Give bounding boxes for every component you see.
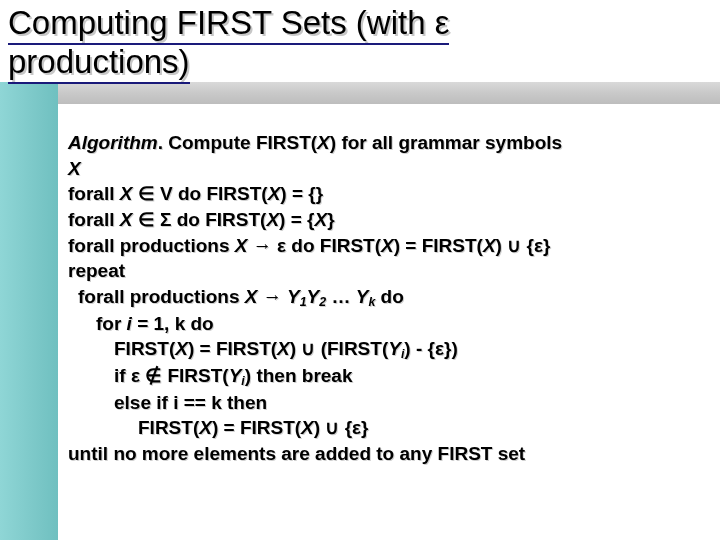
t: X bbox=[268, 183, 281, 204]
t: … bbox=[326, 286, 356, 307]
t: for bbox=[96, 313, 127, 334]
title-epsilon: ε bbox=[435, 4, 450, 41]
t: forall productions bbox=[68, 235, 235, 256]
t: else if i == k then bbox=[114, 392, 267, 413]
t: Y bbox=[356, 286, 369, 307]
t: FIRST( bbox=[138, 417, 199, 438]
slide-title: Computing FIRST Sets (with ε productions… bbox=[8, 4, 708, 82]
t: do bbox=[375, 286, 404, 307]
t: until no more elements are added to any … bbox=[68, 443, 525, 464]
t: X bbox=[120, 183, 133, 204]
t: X bbox=[245, 286, 258, 307]
t: forall productions bbox=[78, 286, 245, 307]
t: X bbox=[317, 132, 330, 153]
t: . Compute FIRST( bbox=[158, 132, 317, 153]
t: X bbox=[314, 209, 327, 230]
slide: Computing FIRST Sets (with ε productions… bbox=[0, 0, 720, 540]
t: repeat bbox=[68, 260, 125, 281]
t: ∈ V do FIRST( bbox=[132, 183, 267, 204]
t: → bbox=[257, 286, 287, 307]
t: X bbox=[199, 417, 212, 438]
t: } bbox=[327, 209, 334, 230]
t: X bbox=[301, 417, 314, 438]
title-line1a: Computing FIRST Sets (with bbox=[8, 4, 435, 41]
t: ) ∪ (FIRST( bbox=[290, 338, 388, 359]
t: forall bbox=[68, 209, 120, 230]
algo-word: Algorithm bbox=[68, 132, 158, 153]
t: → ε do FIRST( bbox=[247, 235, 381, 256]
t: ) ∪ {ε} bbox=[496, 235, 551, 256]
t: ) ∪ {ε} bbox=[314, 417, 369, 438]
title-line2: productions) bbox=[8, 43, 190, 80]
t: ) = FIRST( bbox=[188, 338, 277, 359]
algorithm-block: Algorithm. Compute FIRST(X) for all gram… bbox=[68, 130, 706, 467]
t: Y bbox=[388, 338, 401, 359]
t: 1 bbox=[300, 295, 307, 309]
t: X bbox=[235, 235, 248, 256]
t: forall bbox=[68, 183, 120, 204]
t: X bbox=[175, 338, 188, 359]
t: Y bbox=[307, 286, 320, 307]
t: Y bbox=[229, 365, 242, 386]
t: FIRST( bbox=[114, 338, 175, 359]
t: X bbox=[381, 235, 394, 256]
t: X bbox=[68, 158, 81, 179]
t: X bbox=[266, 209, 279, 230]
t: if ε ∉ FIRST( bbox=[114, 365, 229, 386]
t: Y bbox=[287, 286, 300, 307]
t: X bbox=[483, 235, 496, 256]
t: ) then break bbox=[245, 365, 353, 386]
left-accent-band bbox=[0, 82, 58, 540]
t: X bbox=[277, 338, 290, 359]
t: = 1, k do bbox=[132, 313, 214, 334]
t: X bbox=[120, 209, 133, 230]
t: ) = {} bbox=[280, 183, 323, 204]
t: ) = FIRST( bbox=[212, 417, 301, 438]
t: ) = { bbox=[279, 209, 314, 230]
t: ) - {ε}) bbox=[404, 338, 457, 359]
t: ) = FIRST( bbox=[394, 235, 483, 256]
t: ) for all grammar symbols bbox=[330, 132, 562, 153]
title-underline-band bbox=[30, 82, 720, 104]
t: ∈ Σ do FIRST( bbox=[132, 209, 266, 230]
